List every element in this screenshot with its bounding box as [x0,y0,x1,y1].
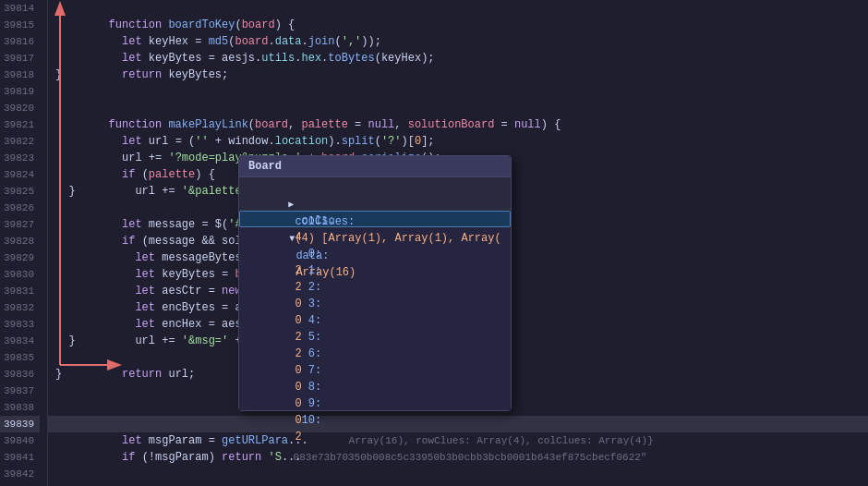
tooltip-key-d0: 0: [288,248,321,261]
ln-39826: 39826 [0,200,40,216]
ln-39834: 39834 [0,333,40,349]
ln-39818: 39818 [0,67,40,83]
code-line-39820: function makePlayLink(board, palette = n… [48,100,868,116]
ln-39842: 39842 [0,466,40,482]
ln-39821: 39821 [0,116,40,133]
tooltip-key-cols: cols: [288,214,334,227]
code-line-39839: let msgParam = getURLPara... 083e73b7035… [48,416,868,432]
hover-tooltip: Board ▶ colClues: (4) [Array(1), Array(1… [238,155,512,411]
code-line-39822: url += '?mode=play&puzzle=' + board.seri… [48,133,868,150]
code-line-39818: } [48,67,868,83]
tooltip-key-d2: 2: [288,281,321,294]
ln-39822: 39822 [0,133,40,150]
ln-39833: 39833 [0,316,40,333]
tooltip-key-d7: 7: [288,364,321,377]
ln-39841: 39841 [0,449,40,466]
ln-39815: 39815 [0,17,40,33]
code-line-39819 [48,83,868,100]
ln-39819: 39819 [0,83,40,100]
ln-39824: 39824 [0,166,40,183]
ln-39827: 39827 [0,216,40,233]
tooltip-header: Board [239,156,511,177]
code-line-39817: return keyBytes; [48,50,868,67]
ln-39817: 39817 [0,50,40,67]
tooltip-row-colclues: ▶ colClues: (4) [Array(1), Array(1), Arr… [239,177,511,194]
ln-39836: 39836 [0,366,40,383]
tooltip-val: (4) [Array(1), Array(1), Array( [288,232,500,245]
ln-39843: 39843 [0,482,40,486]
ln-39837: 39837 [0,383,40,399]
ln-39832: 39832 [0,299,40,316]
tooltip-val-d10: 2 [288,431,301,443]
ln-39840: 39840 [0,432,40,449]
tooltip-key-d10: 10: [288,414,321,427]
expand-icon-data[interactable]: ▼ [289,234,295,244]
ln-39835: 39835 [0,349,40,366]
ln-39814: 39814 [0,0,40,17]
expand-icon-colclues[interactable]: ▶ [288,200,294,210]
ln-39829: 39829 [0,249,40,266]
ln-39839: 39839 [0,416,40,432]
tooltip-key-d5: 5: [288,331,321,344]
tooltip-key-d9: 9: [288,397,321,410]
code-line-39815: let keyHex = md5(board.data.join(',')); [48,17,868,33]
ln-39823: 39823 [0,150,40,166]
ln-39825: 39825 [0,183,40,200]
ln-39828: 39828 [0,233,40,249]
code-line-39821: let url = ('' + window.location).split('… [48,116,868,133]
tooltip-key-d4: 4: [288,314,321,327]
tooltip-key-d3: 3: [288,298,321,310]
ln-39830: 39830 [0,266,40,283]
code-line-39814: function boardToKey(board) { [48,0,868,17]
ln-39831: 39831 [0,283,40,299]
tooltip-key-d6: 6: [288,347,321,360]
code-line-39816: let keyBytes = aesjs.utils.hex.toBytes(k… [48,33,868,50]
code-line-39843: let aesCtr = new aesjs.ModeOfOperation.c… [48,482,868,486]
code-line-39842: let keyBytes = boardToKey(board); keyByt… [48,466,868,482]
ln-39838: 39838 [0,399,40,416]
tooltip-key-d8: 8: [288,381,321,394]
code-line-39840: if (!msgParam) return 'S... [48,432,868,449]
code-line-39841: let encBytes = aesjs.utils.hex.toBytes(m… [48,449,868,466]
line-numbers: 39814 39815 39816 39817 39818 39819 3982… [0,0,48,486]
ln-39820: 39820 [0,100,40,116]
tooltip-key-d1: 1: [288,264,321,277]
ln-39816: 39816 [0,33,40,50]
code-editor: 39814 39815 39816 39817 39818 39819 3982… [0,0,868,486]
